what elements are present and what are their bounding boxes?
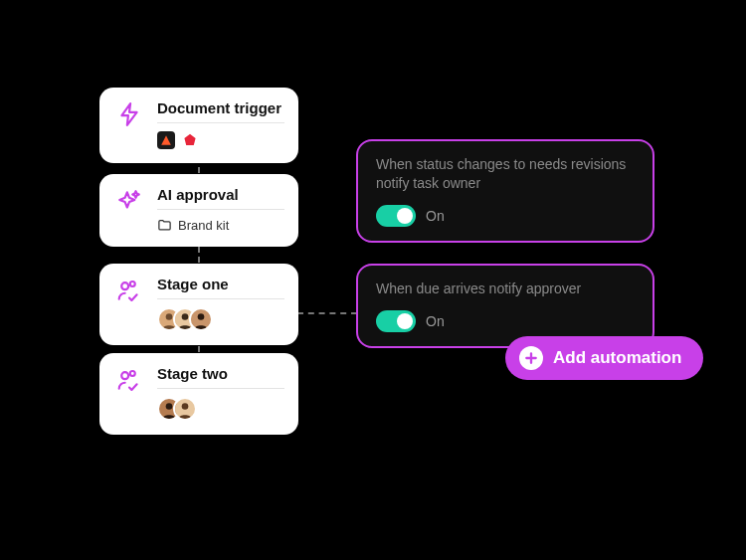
card-title: Stage two [157,365,284,389]
card-title: Document trigger [157,99,284,123]
person-check-icon [113,276,145,303]
automation-description: When due arrives notify approver [376,280,635,298]
card-title: Stage one [157,276,284,299]
svg-point-8 [121,372,128,379]
card-ai-approval[interactable]: AI approval Brand kit [99,174,298,247]
svg-point-7 [198,313,205,320]
card-document-trigger[interactable]: Document trigger [99,88,298,163]
plus-icon [519,346,543,370]
add-automation-button[interactable]: Add automation [505,336,703,380]
toggle-switch[interactable] [376,310,416,332]
svg-point-0 [121,282,128,289]
app-badge-2 [181,131,199,149]
folder-row: Brand kit [157,218,284,233]
svg-point-11 [166,403,173,410]
connector-v2 [198,247,200,263]
svg-point-13 [182,403,189,410]
svg-point-3 [166,313,173,320]
folder-label: Brand kit [178,218,229,233]
automation-panel-1[interactable]: When status changes to needs revisions n… [356,139,654,243]
svg-point-1 [130,281,135,286]
app-badge-1 [157,131,175,149]
avatar [189,307,213,331]
app-badges [157,131,284,149]
folder-icon [157,218,172,233]
card-title: AI approval [157,186,284,210]
toggle-label: On [426,208,445,224]
avatar-stack [157,307,284,331]
toggle-label: On [426,313,445,329]
add-automation-label: Add automation [553,348,681,368]
connector-h1 [297,312,357,314]
avatar [173,397,197,421]
sparkle-icon [113,186,145,214]
svg-point-5 [182,313,189,320]
lightning-icon [113,99,145,127]
person-check-icon [113,365,145,393]
avatar-stack [157,397,284,421]
svg-point-9 [130,371,135,376]
toggle-switch[interactable] [376,205,416,227]
card-stage-one[interactable]: Stage one [99,264,298,345]
automation-description: When status changes to needs revisions n… [376,155,635,193]
card-stage-two[interactable]: Stage two [99,353,298,435]
